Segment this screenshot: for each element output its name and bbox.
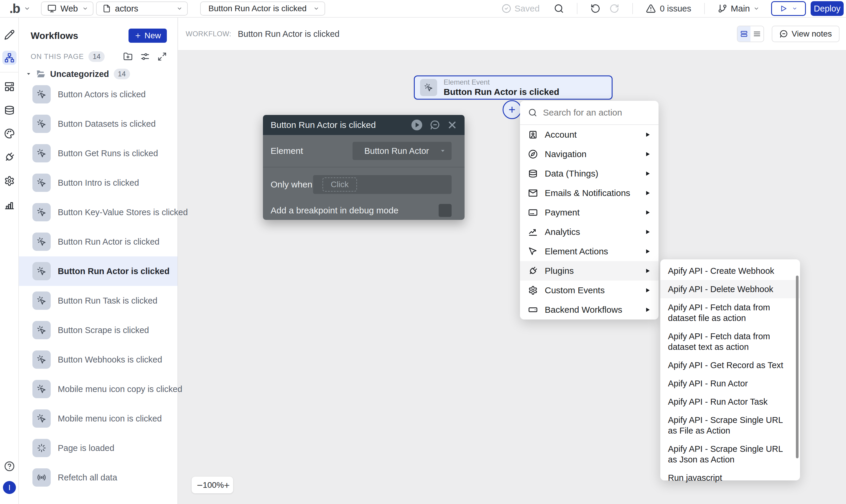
logs-chart-icon[interactable] [4, 200, 15, 210]
undo-button[interactable] [590, 3, 600, 14]
comment-bubble-icon[interactable] [430, 120, 440, 130]
submenu-item[interactable]: Run javascript [660, 469, 800, 487]
card-view-button[interactable] [738, 26, 751, 41]
submenu-arrow-icon [646, 230, 650, 234]
workflow-item[interactable]: Button Run Task is clicked [19, 286, 178, 316]
app-logo[interactable]: .b [0, 1, 30, 16]
scrollbar-thumb[interactable] [796, 275, 798, 458]
left-icon-rail: I [0, 18, 19, 504]
submenu-item[interactable]: Apify API - Run Actor [660, 374, 800, 393]
add-action-button[interactable] [503, 100, 521, 119]
action-menu: Account Navigation Data (Things) Emails … [520, 101, 659, 320]
page-select[interactable]: actors [96, 1, 188, 16]
submenu-arrow-icon [646, 133, 650, 137]
avatar[interactable]: I [3, 481, 16, 494]
workflow-item[interactable]: Mobile menu icon is clicked [19, 404, 178, 433]
workflow-name: Button Run Actor is clicked [238, 29, 340, 39]
menu-item-data-things[interactable]: Data (Things) [520, 164, 659, 183]
submenu-item[interactable]: Apify API - Fetch data from dataset text… [660, 327, 800, 356]
mouse-click-icon [32, 144, 51, 162]
issues-label: 0 issues [660, 4, 691, 14]
workflow-item[interactable]: Button Datasets is clicked [19, 109, 178, 139]
plus-icon [508, 105, 517, 114]
folder-row[interactable]: Uncategorized 14 [26, 67, 167, 81]
workflow-item-selected[interactable]: Button Run Actor is clicked [19, 256, 178, 286]
workflow-item[interactable]: Refetch all data [19, 463, 178, 492]
cursor-pointer-icon [528, 247, 538, 256]
run-step-button[interactable] [411, 119, 423, 131]
submenu-arrow-icon [646, 191, 650, 195]
help-icon[interactable] [4, 461, 15, 472]
play-icon [780, 5, 787, 12]
menu-item-backend-workflows[interactable]: Backend Workflows [520, 300, 659, 320]
styles-palette-icon[interactable] [4, 128, 15, 139]
expand-panel-icon[interactable] [157, 52, 167, 61]
workflows-tab-active[interactable] [2, 51, 17, 65]
action-search-input[interactable] [543, 108, 657, 118]
submenu-item[interactable]: Apify API - Create Webhook [660, 262, 800, 280]
workflow-item[interactable]: Button Webhooks is clicked [19, 345, 178, 374]
design-pencil-icon[interactable] [4, 30, 15, 40]
chevron-down-icon [82, 5, 88, 12]
new-folder-icon[interactable] [123, 52, 133, 61]
submenu-item[interactable]: Apify API - Get Record as Text [660, 356, 800, 374]
divider [632, 3, 633, 14]
branch-select[interactable]: Main [718, 3, 759, 14]
components-blocks-icon[interactable] [4, 82, 15, 92]
menu-item-custom-events[interactable]: Custom Events [520, 281, 659, 300]
branch-label: Main [731, 3, 750, 14]
run-preview-button[interactable] [771, 1, 806, 16]
close-icon[interactable] [448, 120, 457, 130]
menu-item-plugins[interactable]: Plugins [520, 261, 659, 281]
element-dropdown[interactable]: Button Run Actor [353, 142, 452, 160]
workflow-item[interactable]: Button Run Actor is clicked [19, 227, 178, 256]
workflow-item[interactable]: Button Intro is clicked [19, 168, 178, 197]
only-when-input[interactable]: Click [313, 175, 452, 194]
view-notes-button[interactable]: View notes [772, 26, 840, 42]
list-view-button[interactable] [751, 26, 763, 41]
issues-button[interactable]: 0 issues [646, 3, 691, 14]
chevron-down-icon [24, 5, 30, 12]
submenu-arrow-icon [646, 152, 650, 156]
submenu-item-hovered[interactable]: Apify API - Delete Webhook [660, 280, 800, 298]
caret-down-icon[interactable] [26, 71, 31, 77]
workflow-item[interactable]: Page is loaded [19, 433, 178, 463]
menu-item-account[interactable]: Account [520, 125, 659, 144]
window-input-icon [528, 305, 538, 314]
menu-item-emails-notifications[interactable]: Emails & Notifications [520, 183, 659, 203]
zoom-in-button[interactable]: + [224, 480, 230, 490]
workflows-panel: Workflows New ON THIS PAGE 14 Uncategori… [19, 18, 178, 504]
menu-item-element-actions[interactable]: Element Actions [520, 242, 659, 261]
plugins-plug-icon[interactable] [2, 150, 17, 165]
only-when-placeholder-chip[interactable]: Click [323, 177, 357, 192]
new-workflow-button[interactable]: New [128, 29, 167, 43]
workflow-item[interactable]: Button Get Runs is clicked [19, 139, 178, 168]
settings-gear-icon[interactable] [4, 176, 15, 186]
workflow-item[interactable]: Mobile menu icon copy is clicked [19, 374, 178, 404]
workflow-item[interactable]: Button Scrape is clicked [19, 316, 178, 345]
breakpoint-checkbox[interactable] [439, 204, 452, 217]
submenu-item[interactable]: Apify API - Run Actor Task [660, 393, 800, 411]
submenu-item[interactable]: Apify API - Scrape Single URL as File as… [660, 411, 800, 440]
workflow-select[interactable]: Button Run Actor is clicked [200, 1, 325, 16]
workflow-item[interactable]: Button Actors is clicked [19, 79, 178, 109]
submenu-item[interactable]: Apify API - Scrape Single URL as Json as… [660, 440, 800, 469]
redo-button[interactable] [609, 3, 619, 14]
menu-item-analytics[interactable]: Analytics [520, 222, 659, 242]
dialog-header[interactable]: Button Run Actor is clicked [263, 115, 465, 135]
search-button[interactable] [554, 3, 564, 14]
database-icon[interactable] [4, 105, 15, 115]
submenu-item[interactable]: Apify API - Fetch data from dataset file… [660, 298, 800, 327]
platform-select[interactable]: Web [41, 1, 93, 16]
workflow-item[interactable]: Button Key-Value Stores is clicked [19, 197, 178, 227]
divider [704, 3, 705, 14]
menu-item-payment[interactable]: Payment [520, 203, 659, 222]
filter-sliders-icon[interactable] [140, 52, 150, 61]
mouse-click-icon [32, 350, 51, 369]
event-node[interactable]: Element Event Button Run Actor is clicke… [414, 75, 613, 100]
chevron-down-icon [177, 5, 182, 12]
action-menu-list: Account Navigation Data (Things) Emails … [520, 125, 659, 320]
deploy-button[interactable]: Deploy [811, 1, 844, 16]
menu-item-navigation[interactable]: Navigation [520, 144, 659, 164]
zoom-out-button[interactable]: − [197, 480, 203, 490]
